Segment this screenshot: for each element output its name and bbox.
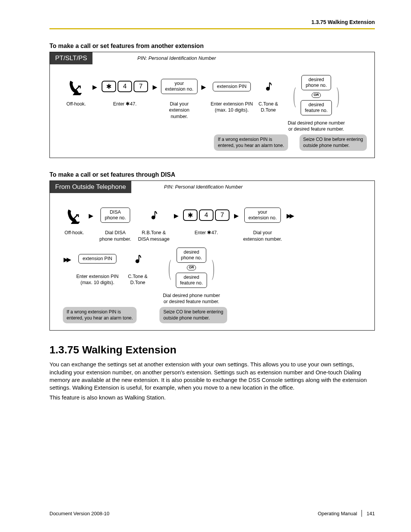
offhook-caption: Off-hook. (66, 101, 86, 107)
bubble-wrong-pin: If a wrong extension PIN is entered, you… (214, 134, 288, 151)
ext-pin-box: extension PIN (213, 82, 251, 91)
arrow-icon: ▶ (234, 212, 239, 219)
enter47-caption: Enter ✱47. (113, 101, 137, 107)
enter-pin-caption: Enter extension PIN (max. 10 digits). (76, 273, 118, 286)
desired-phone-box: desired phone no. (177, 248, 206, 263)
paren-right: ) (212, 260, 214, 276)
disa-box: DISA phone no. (100, 208, 130, 223)
bubble-wrong-pin: If a wrong extension PIN is entered, you… (63, 307, 137, 323)
ctone-caption: C.Tone & D.Tone (258, 101, 278, 113)
key-4: 4 (118, 81, 132, 92)
subheading-1: To make a call or set features from anot… (49, 43, 375, 50)
keypad-star47: ✱ 4 7 (102, 81, 148, 92)
dial-desired-caption: Dial desired phone number or desired fea… (288, 120, 345, 133)
pin-note: PIN: Personal Identification Number (164, 184, 243, 190)
arrow-icon: ▶ (201, 83, 206, 91)
double-arrow-icon: ▶▶ (64, 256, 70, 263)
arrow-icon: ▶ (174, 212, 178, 219)
ext-pin-box: extension PIN (78, 254, 116, 264)
dial-your-ext-caption: Dial your extension number. (160, 101, 198, 120)
footer-manual: Operating Manual (318, 511, 357, 516)
badge-pt-slt-ps: PT/SLT/PS (50, 52, 92, 64)
your-ext-box: your extension no. (244, 208, 281, 223)
body-paragraph-1: You can exchange the settings set at ano… (49, 361, 375, 391)
arrow-icon: ▶ (92, 83, 97, 91)
footer-page-number: 141 (366, 511, 375, 516)
key-star: ✱ (102, 81, 116, 92)
music-note-icon (134, 254, 142, 264)
pin-note: PIN: Personal Identification Number (137, 55, 216, 61)
rbtone-caption: R.B.Tone & DISA message (138, 230, 170, 242)
offhook-icon (65, 206, 84, 225)
offhook-icon (67, 77, 86, 96)
bubble-seize-co: Seize CO line before entering outside ph… (299, 134, 367, 151)
subheading-2: To make a call or set features through D… (49, 171, 375, 178)
desired-feature-box: desired feature no. (301, 100, 332, 115)
keypad-star47: ✱ 4 7 (183, 209, 229, 221)
double-arrow-icon: ▶▶ (287, 212, 293, 219)
arrow-icon: ▶ (153, 83, 157, 91)
your-ext-box: your extension no. (161, 79, 198, 94)
key-7: 7 (134, 81, 148, 92)
arrow-icon: ▶ (89, 212, 93, 219)
paren-right: ) (336, 87, 339, 103)
bubble-seize-co: Seize CO line before entering outside ph… (159, 307, 227, 323)
header-breadcrumb: 1.3.75 Walking Extension (49, 19, 375, 25)
body-paragraph-2: This feature is also known as Walking St… (49, 394, 375, 401)
badge-from-outside: From Outside Telephone (50, 181, 131, 193)
header-rule (49, 28, 375, 29)
dial-disa-caption: Dial DISA phone number. (99, 230, 131, 242)
music-note-icon (264, 81, 272, 92)
section-title: 1.3.75 Walking Extension (49, 344, 375, 356)
footer-doc-version: Document Version 2008-10 (49, 511, 110, 516)
diagram-disa: From Outside Telephone PIN: Personal Ide… (49, 181, 375, 331)
footer-divider (362, 510, 362, 517)
offhook-caption: Off-hook. (64, 230, 84, 236)
diagram-pt-slt-ps: PT/SLT/PS PIN: Personal Identification N… (49, 52, 375, 158)
enter47-caption: Enter ✱47. (194, 230, 218, 236)
desired-feature-box: desired feature no. (176, 273, 207, 288)
music-note-icon (150, 210, 158, 220)
dial-your-ext-caption: Dial your extension number. (243, 230, 282, 242)
or-badge: OR (312, 93, 321, 98)
page-footer: Document Version 2008-10 Operating Manua… (49, 510, 375, 517)
or-badge: OR (187, 265, 196, 270)
paren-left: ( (293, 87, 296, 103)
dial-desired-caption: Dial desired phone number or desired fea… (163, 292, 220, 305)
paren-left: ( (169, 260, 171, 276)
key-7: 7 (215, 209, 229, 221)
key-4: 4 (199, 209, 213, 221)
enter-pin-caption: Enter extension PIN (max. 10 digits). (210, 101, 253, 113)
ctone-caption: C.Tone & D.Tone (128, 273, 147, 286)
desired-phone-box: desired phone no. (301, 75, 331, 90)
key-star: ✱ (183, 209, 198, 221)
